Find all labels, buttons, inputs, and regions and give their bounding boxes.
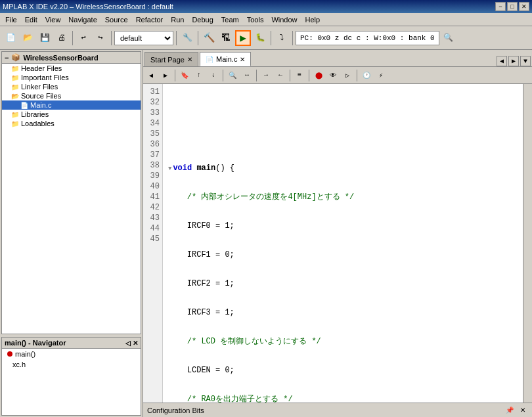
- diff-button[interactable]: ⚡: [374, 69, 388, 82]
- watch-button[interactable]: 👁: [326, 69, 340, 82]
- menu-bar: File Edit View Navigate Source Refactor …: [0, 13, 532, 26]
- main-layout: − 📦 WirelessSensorBoard 📁 Header Files 📁…: [0, 50, 532, 417]
- pin-icon[interactable]: 📌: [504, 405, 515, 416]
- toolbar-separator-4: [198, 31, 198, 45]
- toolbar-separator-2: [111, 31, 112, 45]
- menu-help[interactable]: Help: [301, 14, 324, 25]
- maximize-button[interactable]: □: [507, 2, 518, 11]
- close-button[interactable]: ✕: [519, 2, 529, 11]
- menu-team[interactable]: Team: [217, 14, 243, 25]
- fold-icon[interactable]: ▼: [168, 165, 171, 172]
- tab-list-button[interactable]: ▼: [520, 56, 531, 66]
- tab-scroll-right-button[interactable]: ▶: [508, 56, 519, 66]
- code-content[interactable]: ▼void main() { /* 内部オシレータの速度を4[MHz]とする *…: [163, 84, 523, 403]
- menu-refactor[interactable]: Refactor: [132, 14, 167, 25]
- run-to-cursor-button[interactable]: ▷: [341, 69, 354, 82]
- pc-status-box: PC: 0x0 z dc c : W:0x0 : bank 0: [296, 31, 439, 45]
- c-file-tab-icon: 📄: [206, 56, 213, 63]
- tab-start-page[interactable]: Start Page ✕: [144, 52, 198, 66]
- menu-view[interactable]: View: [41, 14, 65, 25]
- find-button[interactable]: 🔍: [226, 69, 239, 82]
- code-line-37: IRCF2 = 1;: [168, 278, 518, 289]
- nav-item-label: xc.h: [12, 361, 26, 368]
- menu-source[interactable]: Source: [101, 14, 132, 25]
- editor-toolbar-sep1: [175, 70, 175, 81]
- tree-item-label: Libraries: [21, 110, 49, 118]
- next-bookmark-button[interactable]: ↓: [207, 69, 220, 82]
- menu-debug[interactable]: Debug: [188, 14, 217, 25]
- tree-item-important-files[interactable]: 📁 Important Files: [2, 73, 141, 82]
- code-editor[interactable]: 31 32 33 34 35 36 37 38 39 40 41 42 43 4…: [143, 84, 532, 403]
- code-line-35: IRCF0 = 1;: [168, 221, 518, 231]
- menu-file[interactable]: File: [1, 14, 21, 25]
- search-button[interactable]: 🔍: [441, 30, 456, 46]
- outdent-button[interactable]: ←: [274, 69, 287, 82]
- editor-toolbar-sep2: [223, 70, 223, 81]
- debug-project-button[interactable]: 🐛: [252, 30, 268, 46]
- project-tree: − 📦 WirelessSensorBoard 📁 Header Files 📁…: [1, 51, 141, 334]
- title-bar-title: MPLAB X IDE v2.20 – WirelessSensorBoard …: [3, 3, 173, 11]
- window-controls[interactable]: − □ ✕: [495, 2, 529, 11]
- menu-window[interactable]: Window: [267, 14, 301, 25]
- save-button[interactable]: 💾: [37, 30, 53, 46]
- undo-button[interactable]: ↩: [76, 30, 91, 46]
- editor-toolbar-sep4: [290, 70, 290, 81]
- toolbar-separator-1: [72, 31, 73, 45]
- configuration-dropdown[interactable]: default: [114, 31, 173, 45]
- navigator-close-button[interactable]: ◁ ✕: [125, 340, 138, 347]
- tree-item-libraries[interactable]: 📁 Libraries: [2, 110, 141, 119]
- code-line-36: IRCF1 = 0;: [168, 250, 518, 260]
- tree-item-linker-files[interactable]: 📁 Linker Files: [2, 82, 141, 91]
- prev-bookmark-button[interactable]: ↑: [192, 69, 206, 82]
- history-button[interactable]: 🕐: [360, 69, 373, 82]
- tab-main-c[interactable]: 📄 Main.c ✕: [200, 52, 251, 66]
- toggle-bookmark-button[interactable]: 🔖: [178, 69, 191, 82]
- print-button[interactable]: 🖨: [54, 30, 70, 46]
- function-dot-icon: [7, 351, 12, 357]
- breakpoint-button[interactable]: ⬤: [312, 69, 325, 82]
- indent-button[interactable]: →: [259, 69, 273, 82]
- nav-item-label: main(): [15, 350, 35, 358]
- config-bits-icons: 📌 ✕: [504, 405, 528, 416]
- toolbar-separator-6: [292, 31, 293, 45]
- tree-item-source-files[interactable]: 📂 Source Files: [2, 91, 141, 100]
- clean-build-button[interactable]: 🏗: [218, 30, 234, 46]
- editor-scrollbar-vertical[interactable]: [523, 84, 532, 403]
- new-file-button[interactable]: 📄: [3, 30, 18, 46]
- tree-item-label: Header Files: [21, 64, 62, 72]
- format-button[interactable]: ≡: [293, 69, 306, 82]
- menu-edit[interactable]: Edit: [21, 14, 41, 25]
- nav-item-main[interactable]: main(): [2, 349, 141, 359]
- menu-run[interactable]: Run: [167, 14, 188, 25]
- tree-item-loadables[interactable]: 📁 Loadables: [2, 119, 141, 128]
- redo-button[interactable]: ↪: [93, 30, 108, 46]
- folder-open-icon: 📂: [11, 93, 19, 100]
- config-close-icon[interactable]: ✕: [518, 405, 528, 416]
- collapse-icon[interactable]: −: [5, 54, 9, 62]
- tree-item-main-c[interactable]: 📄 Main.c: [2, 100, 141, 110]
- tree-item-label: Main.c: [30, 101, 51, 109]
- editor-toolbar-sep6: [357, 70, 357, 81]
- step-over-button[interactable]: ⤵: [274, 30, 290, 46]
- editor-toolbar: ◀ ▶ 🔖 ↑ ↓ 🔍 ↔ → ← ≡ ⬤ 👁 ▷ 🕐 ⚡: [143, 67, 532, 84]
- tabs-navigation: ◀ ▶ ▼: [497, 56, 531, 66]
- menu-tools[interactable]: Tools: [243, 14, 268, 25]
- editor-back-button[interactable]: ◀: [144, 69, 158, 82]
- open-file-button[interactable]: 📂: [20, 30, 35, 46]
- tab-scroll-left-button[interactable]: ◀: [497, 56, 507, 66]
- menu-navigate[interactable]: Navigate: [64, 14, 100, 25]
- tab-close-icon[interactable]: ✕: [240, 56, 245, 63]
- folder-icon: 📁: [11, 74, 19, 81]
- tab-label: Main.c: [216, 55, 237, 63]
- build-button[interactable]: 🔨: [201, 30, 217, 46]
- tree-item-label: Important Files: [21, 74, 69, 81]
- tab-close-icon[interactable]: ✕: [187, 56, 192, 63]
- project-tree-header: − 📦 WirelessSensorBoard: [2, 52, 141, 64]
- nav-item-xch[interactable]: xc.h: [2, 359, 141, 370]
- replace-button[interactable]: ↔: [240, 69, 254, 82]
- editor-forward-button[interactable]: ▶: [159, 69, 172, 82]
- project-properties-button[interactable]: 🔧: [179, 30, 195, 46]
- tree-item-header-files[interactable]: 📁 Header Files: [2, 64, 141, 73]
- run-project-button[interactable]: ▶: [235, 30, 251, 46]
- minimize-button[interactable]: −: [495, 2, 506, 11]
